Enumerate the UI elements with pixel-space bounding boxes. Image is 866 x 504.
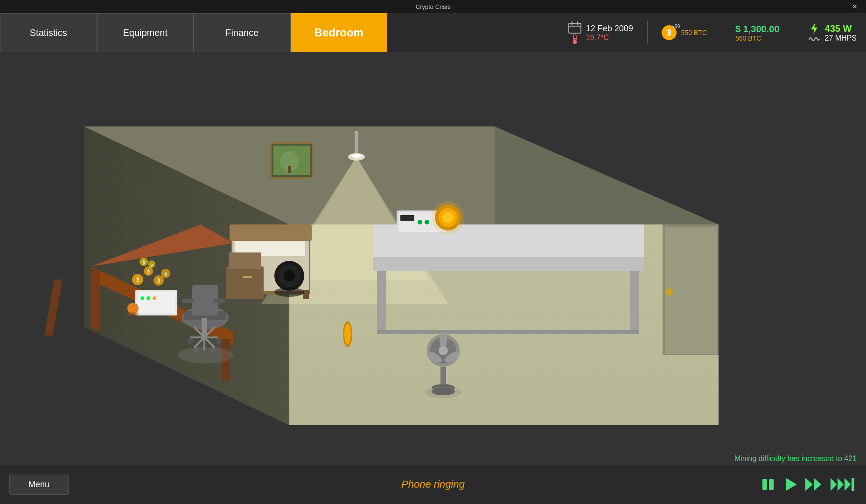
status-text: Phone ringing [401, 478, 465, 490]
fast-forward-button[interactable] [803, 475, 825, 494]
divider-3 [794, 21, 794, 44]
drawer-handle [243, 276, 252, 278]
door-inner [665, 227, 717, 354]
rig-light-1 [140, 296, 144, 300]
power-values: 435 W 27 MHPS [825, 23, 857, 42]
tab-equipment[interactable]: Equipment [97, 13, 194, 52]
painting-trunk [288, 166, 291, 173]
table-leg-1 [377, 271, 386, 332]
btc-values: 550 BTC [681, 29, 707, 36]
speaker-shadow [274, 287, 304, 297]
notification-text: Mining difficulty has increased to 421 [734, 455, 857, 462]
fast-forward-icon [803, 475, 825, 494]
orange-shadow [127, 312, 139, 316]
nightstand [226, 266, 264, 299]
svg-marker-26 [805, 478, 813, 491]
desk-leg-left [44, 280, 63, 336]
date-values: 12 Feb 2009 19.7°C [586, 24, 633, 42]
svg-marker-28 [831, 478, 837, 491]
chair-shadow [177, 347, 233, 364]
svg-rect-23 [762, 479, 767, 490]
tab-statistics[interactable]: Statistics [0, 13, 97, 52]
thermometer-icon [572, 35, 578, 44]
speaker-center [284, 270, 295, 281]
close-button[interactable]: ✕ [849, 2, 860, 11]
money-values: $ 1,300.00 550 BTC [735, 24, 780, 42]
rig-light-3 [153, 296, 156, 300]
power-group: 435 W 27 MHPS [808, 22, 857, 43]
svg-rect-24 [769, 479, 774, 490]
calendar-icon [568, 21, 581, 34]
btc-group: ₿ +50 550 BTC [662, 25, 707, 40]
desk-side [91, 266, 100, 332]
play-button[interactable] [781, 475, 800, 494]
svg-marker-30 [845, 478, 851, 491]
fan-shadow [425, 387, 462, 398]
btc-amount: 550 BTC [681, 29, 707, 36]
rig-light-2 [147, 296, 150, 300]
svg-rect-6 [574, 38, 575, 42]
gold-glow [432, 201, 464, 234]
play-controls [759, 475, 857, 494]
bedroom-scene: ₿ ₿ ₿ ₿ ₿ ₿ [0, 52, 866, 504]
window-title: Crypto Crisis [416, 3, 450, 10]
chair-arm-left [182, 299, 194, 303]
nightstand-top [229, 252, 261, 269]
fan-center [439, 346, 448, 355]
date-temp-group: 12 Feb 2009 19.7°C [568, 21, 633, 44]
table-leg-2 [630, 271, 639, 332]
table-front [373, 257, 644, 271]
svg-rect-31 [852, 478, 854, 491]
standing-coin-inner [344, 324, 351, 344]
pause-button[interactable] [759, 475, 777, 494]
bottom-bar: Menu Phone ringing [0, 465, 866, 504]
power-icons [808, 22, 820, 43]
titlebar: Crypto Crisis ✕ [0, 0, 866, 13]
server-led-1 [418, 220, 422, 224]
bed-leg-2 [303, 290, 309, 299]
temperature: 19.7°C [586, 34, 609, 42]
svg-marker-7 [811, 23, 817, 34]
notification-bar: Mining difficulty has increased to 421 [0, 453, 866, 465]
tab-bar: Statistics Equipment Finance Bedroom [0, 13, 387, 52]
headboard [230, 224, 312, 241]
scene-viewport: ₿ ₿ ₿ ₿ ₿ ₿ [0, 52, 866, 504]
pause-icon [759, 475, 777, 494]
svg-marker-25 [786, 478, 797, 491]
tab-bedroom[interactable]: Bedroom [291, 13, 388, 52]
svg-marker-29 [838, 478, 844, 491]
money-group: $ 1,300.00 550 BTC [735, 24, 780, 42]
game-date: 12 Feb 2009 [586, 24, 633, 34]
play-icon [781, 475, 800, 494]
hashrate: 27 MHPS [825, 34, 857, 42]
svg-rect-0 [569, 23, 581, 33]
svg-text:₿: ₿ [164, 272, 167, 277]
bitcoin-icon: ₿ +50 [662, 25, 677, 40]
wheel-2 [216, 338, 221, 344]
divider-2 [721, 21, 721, 44]
power-watts: 435 W [825, 23, 852, 34]
btc-amount-2: 550 BTC [735, 35, 761, 42]
tab-finance[interactable]: Finance [194, 13, 291, 52]
fastest-forward-icon [829, 475, 857, 494]
money-amount: $ 1,300.00 [735, 24, 780, 35]
lightning-icon [809, 22, 819, 35]
svg-marker-27 [814, 478, 821, 491]
stats-bar: 12 Feb 2009 19.7°C ₿ +50 550 BTC $ 1,300… [387, 13, 866, 52]
game-area: ₿ ₿ ₿ ₿ ₿ ₿ [0, 52, 866, 504]
chair-arm-right [214, 299, 225, 303]
menu-button[interactable]: Menu [9, 475, 69, 495]
fastest-forward-button[interactable] [829, 475, 857, 494]
calendar-thermo-icons [568, 21, 581, 44]
btc-badge: +50 [671, 23, 680, 29]
mining-rig-top [138, 292, 175, 313]
divider-1 [647, 21, 648, 44]
server-led-2 [425, 220, 429, 224]
door-knob [665, 288, 673, 296]
wheel-1 [188, 338, 193, 344]
server-drive [400, 215, 414, 221]
hashrate-icon [808, 35, 820, 43]
